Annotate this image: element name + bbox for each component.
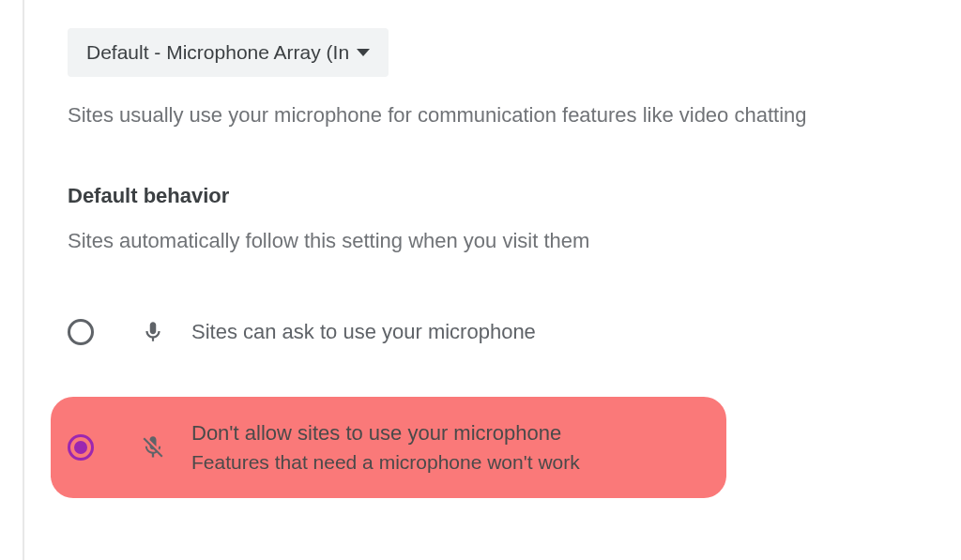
dropdown-selected-label: Default - Microphone Array (In <box>86 41 349 64</box>
microphone-icon <box>139 318 167 346</box>
option-title: Don't allow sites to use your microphone <box>191 421 580 446</box>
left-divider <box>23 0 24 560</box>
radio-button-allow[interactable] <box>68 319 94 345</box>
section-description: Sites automatically follow this setting … <box>68 229 933 253</box>
microphone-description: Sites usually use your microphone for co… <box>68 103 933 128</box>
microphone-device-dropdown[interactable]: Default - Microphone Array (In <box>68 28 389 77</box>
radio-button-block[interactable] <box>68 434 94 461</box>
option-title: Sites can ask to use your microphone <box>191 320 536 344</box>
option-subtitle: Features that need a microphone won't wo… <box>191 451 580 474</box>
microphone-off-icon <box>139 433 167 462</box>
radio-option-allow[interactable]: Sites can ask to use your microphone <box>68 305 933 359</box>
section-title: Default behavior <box>68 184 933 208</box>
radio-option-block[interactable]: Don't allow sites to use your microphone… <box>51 397 726 498</box>
chevron-down-icon <box>357 49 370 56</box>
